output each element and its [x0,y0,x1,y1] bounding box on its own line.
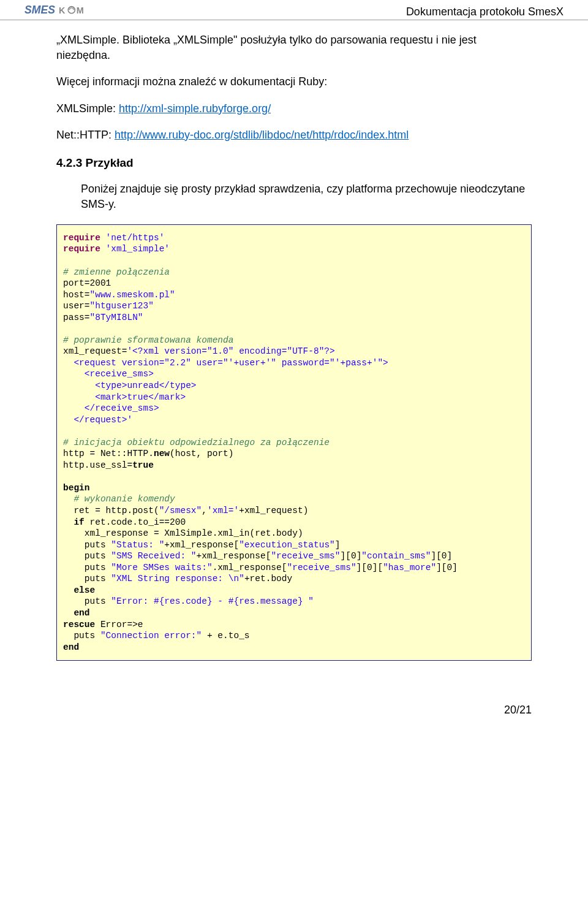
code-token: (host, port) [170,449,233,458]
code-token: = [90,449,96,458]
brand-logo: SMES K M [24,2,123,18]
code-token: = [85,301,90,311]
intro-paragraph-1: „XMLSimple. Biblioteka „XMLSimple" posłu… [56,32,532,63]
code-token: 200 [170,517,186,527]
code-token: "Status: " [111,540,164,550]
code-token: ] [452,563,458,572]
code-token: puts [63,631,100,641]
code-token: require [63,233,100,243]
code-token: end [63,642,79,652]
code-token: to_i [138,517,159,527]
code-token: "receive_sms" [271,551,340,561]
code-token: +xml_response [164,540,233,550]
code-token: true [132,460,154,470]
code-token: .xml_response [213,563,282,572]
code-token: puts [63,540,111,550]
code-token: <mark>true</mark> [63,392,186,402]
code-token: = [85,290,90,300]
section-paragraph: Poniżej znajduje się prosty przykład spr… [81,181,532,212]
code-token: "contain_sms" [361,551,431,561]
code-token: <receive_sms> [63,369,154,379]
code-token: (ret [250,528,271,538]
code-token: body [276,528,298,538]
code-token: XmlSimple [159,528,213,538]
code-token: +ret [244,574,266,584]
code-token: rescue [63,620,95,629]
code-token: body [271,574,292,584]
nethttp-link[interactable]: http://www.ruby-doc.org/stdlib/libdoc/ne… [115,129,409,141]
xmlsimple-link[interactable]: http://xml-simple.rubyforge.org/ [119,102,271,115]
code-token: "execution_status" [239,540,335,550]
code-token: ][ [431,551,441,561]
code-token: '<?xml version="1.0" encoding="UTF-8"?> [127,346,334,356]
svg-point-2 [68,7,75,13]
code-token: 0 [351,551,356,561]
code-token: xml_request [63,346,122,356]
xmlsimple-label: XMLSimple: [56,102,119,115]
code-token: ) [298,528,303,538]
intro-paragraph-2: Więcej informacji można znaleźć w dokume… [56,74,532,89]
code-token: code [111,517,132,527]
code-token: puts [63,596,111,606]
code-token: ) [303,506,309,515]
code-token: "SMS Received: " [111,551,196,561]
code-token: "XML String response: \n" [111,574,244,584]
link-xmlsimple-line: XMLSimple: http://xml-simple.rubyforge.o… [56,101,532,116]
code-token: 0 [447,563,453,572]
code-token: require [63,244,100,254]
code-token: , [202,506,207,515]
code-token: ][ [341,551,351,561]
code-token: begin [63,483,90,493]
code-token: "receive_sms" [287,563,356,572]
code-token: 'net/https' [100,233,164,243]
code-token: puts [63,551,111,561]
code-token: ( [154,506,159,515]
code-token: 2001 [90,278,111,288]
code-token: post [132,506,154,515]
link-nethttp-line: Net::HTTP: http://www.ruby-doc.org/stdli… [56,127,532,143]
svg-text:SMES: SMES [24,4,55,16]
code-token: "has_more" [383,563,436,572]
page-content: „XMLSimple. Biblioteka „XMLSimple" posłu… [0,20,588,679]
code-token: + e [202,631,223,641]
code-token: pass [63,313,85,322]
code-token: "/smesx" [159,506,202,515]
code-token: => [127,620,137,629]
code-token: "htguser123" [90,301,154,311]
code-token: </request>' [63,415,132,425]
code-token: ret [85,517,106,527]
code-token: . [223,631,228,641]
code-token: e [138,620,143,629]
code-example: require 'net/https' require 'xml_simple'… [56,224,532,661]
code-token: . [271,528,276,538]
code-token: ][ [372,563,383,572]
section-heading: 4.2.3 Przykład [56,155,532,172]
code-token: +xml_response [197,551,266,561]
code-comment: # poprawnie sformatowana komenda [63,335,233,345]
code-token: . [132,517,138,527]
page-footer: 20/21 [0,679,588,735]
code-token: "More SMSes waits:" [111,563,212,572]
page-number: 20/21 [504,704,532,716]
code-token: +xml_request [239,506,303,515]
code-token: HTTP [127,449,148,458]
code-token: end [63,608,90,618]
code-token: ] [447,551,453,561]
code-token: Error [95,620,127,629]
code-token: = [85,313,90,322]
code-token: host [63,290,85,300]
code-token: <type>unread</type> [63,381,197,390]
smeskom-logo-icon: SMES K M [24,2,123,18]
code-token: ] [335,540,341,550]
code-token: else [63,585,95,595]
code-token: "Error: #{res.code} - #{res.message} " [111,596,314,606]
code-token: "www.smeskom.pl" [90,290,175,300]
code-token: puts [63,574,111,584]
code-token: user [63,301,85,311]
code-token: [ [233,540,239,550]
code-token: Net [95,449,116,458]
document-title: Dokumentacja protokołu SmesX [406,6,564,18]
code-token: = [85,278,90,288]
page-header: SMES K M Dokumentacja protokołu SmesX [0,0,588,20]
code-token: http [100,506,127,515]
